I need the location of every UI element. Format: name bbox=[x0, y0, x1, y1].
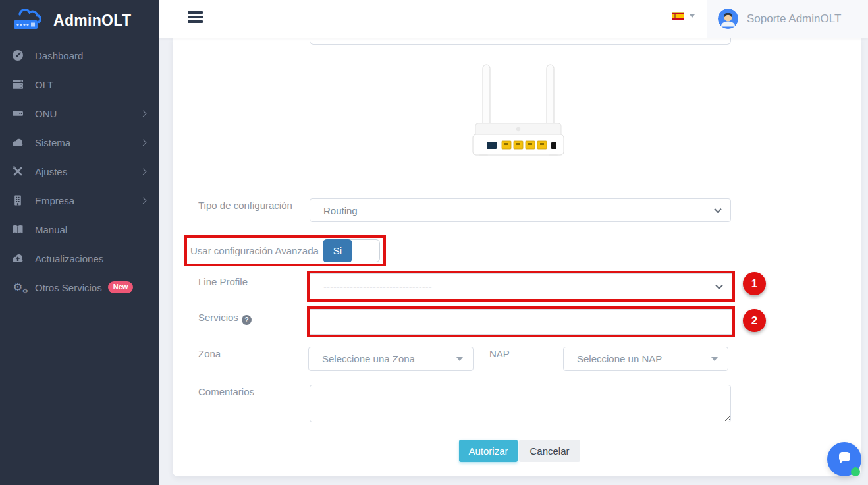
chevron-down-icon bbox=[715, 281, 722, 289]
sidebar-item-olt[interactable]: OLT bbox=[0, 70, 159, 99]
main-content: Tipo de configuración Routing Usar confi… bbox=[159, 38, 868, 485]
zona-placeholder: Seleccione una Zona bbox=[322, 353, 415, 364]
sidebar-nav: Dashboard OLT ONU Sistema bbox=[0, 41, 159, 302]
building-icon bbox=[11, 194, 25, 206]
chevron-right-icon bbox=[140, 168, 147, 175]
cloud-upload-icon bbox=[11, 252, 25, 264]
line-profile-highlight-box: --------------------------------- bbox=[307, 271, 735, 302]
nap-select[interactable]: Seleccione un NAP bbox=[563, 347, 728, 371]
truncated-field-above[interactable] bbox=[310, 38, 731, 45]
line-profile-label: Line Profile bbox=[198, 276, 248, 287]
language-dropdown[interactable] bbox=[672, 12, 695, 20]
nap-label: NAP bbox=[489, 348, 510, 359]
onu-router-image bbox=[449, 61, 587, 168]
caret-down-icon bbox=[690, 14, 695, 18]
zona-select[interactable]: Seleccione una Zona bbox=[308, 347, 474, 371]
brand[interactable]: AdminOLT bbox=[0, 0, 159, 41]
sidebar-item-label: Otros Servicios bbox=[35, 282, 102, 293]
tipo-configuracion-value: Routing bbox=[323, 205, 358, 216]
sidebar-item-ajustes[interactable]: Ajustes bbox=[0, 157, 159, 186]
usar-avanzada-label: Usar configuración Avanzada bbox=[190, 245, 319, 256]
sidebar-item-label: Sistema bbox=[35, 137, 70, 148]
adminolt-logo-icon bbox=[11, 5, 49, 36]
comentarios-textarea[interactable] bbox=[310, 385, 731, 422]
cancelar-button[interactable]: Cancelar bbox=[519, 440, 580, 462]
sidebar-item-actualizaciones[interactable]: Actualizaciones bbox=[0, 244, 159, 273]
chevron-right-icon bbox=[140, 139, 147, 146]
chat-status-dot bbox=[851, 467, 860, 476]
form-card: Tipo de configuración Routing Usar confi… bbox=[173, 38, 861, 476]
chevron-right-icon bbox=[140, 110, 147, 117]
sidebar-item-empresa[interactable]: Empresa bbox=[0, 186, 159, 215]
cogs-icon: ⚙⚙ bbox=[11, 282, 25, 293]
sidebar-item-label: Actualizaciones bbox=[35, 253, 103, 264]
sidebar-item-label: Manual bbox=[35, 224, 67, 235]
avanzada-toggle[interactable]: Si bbox=[323, 239, 380, 262]
step-marker-2: 2 bbox=[743, 309, 766, 332]
spain-flag-icon bbox=[672, 12, 684, 20]
line-profile-select[interactable]: --------------------------------- bbox=[310, 273, 732, 299]
tipo-configuracion-select[interactable]: Routing bbox=[310, 198, 731, 222]
sidebar-item-label: Ajustes bbox=[35, 166, 67, 177]
chevron-down-icon bbox=[714, 206, 721, 213]
sidebar-item-dashboard[interactable]: Dashboard bbox=[0, 41, 159, 70]
autorizar-button[interactable]: Autorizar bbox=[459, 440, 518, 462]
sidebar: AdminOLT Dashboard OLT ONU bbox=[0, 0, 159, 485]
zona-label: Zona bbox=[198, 348, 221, 359]
toggle-on-label: Si bbox=[323, 239, 352, 262]
sidebar-item-label: Empresa bbox=[35, 195, 74, 206]
brand-name: AdminOLT bbox=[53, 12, 131, 30]
sidebar-item-label: Dashboard bbox=[35, 50, 83, 61]
triangle-down-icon bbox=[711, 357, 718, 361]
cloud-icon bbox=[11, 136, 25, 148]
sidebar-item-otros-servicios[interactable]: ⚙⚙ Otros Servicios New bbox=[0, 273, 159, 302]
top-header: Soporte AdminOLT bbox=[159, 0, 868, 38]
chevron-right-icon bbox=[140, 197, 147, 204]
servicios-input[interactable] bbox=[310, 309, 732, 335]
question-circle-icon[interactable]: ? bbox=[242, 315, 252, 325]
hamburger-menu-icon[interactable] bbox=[188, 11, 203, 25]
tools-icon bbox=[11, 165, 25, 177]
chat-widget-button[interactable] bbox=[827, 442, 861, 476]
app-window: AdminOLT Dashboard OLT ONU bbox=[0, 0, 868, 485]
sidebar-item-manual[interactable]: Manual bbox=[0, 215, 159, 244]
line-profile-value: --------------------------------- bbox=[323, 281, 432, 292]
user-name: Soporte AdminOLT bbox=[747, 13, 841, 26]
servicios-highlight-box bbox=[307, 306, 735, 337]
chat-bubble-icon bbox=[836, 449, 854, 470]
avatar bbox=[718, 9, 738, 29]
book-icon bbox=[11, 223, 25, 235]
servicios-label: Servicios? bbox=[198, 312, 252, 325]
sidebar-item-sistema[interactable]: Sistema bbox=[0, 128, 159, 157]
router-icon bbox=[11, 107, 25, 119]
new-badge: New bbox=[108, 281, 134, 293]
sidebar-item-onu[interactable]: ONU bbox=[0, 99, 159, 128]
sidebar-item-label: ONU bbox=[35, 108, 57, 119]
comentarios-label: Comentarios bbox=[198, 386, 254, 397]
step-marker-1: 1 bbox=[743, 272, 766, 295]
sidebar-item-label: OLT bbox=[35, 79, 53, 90]
triangle-down-icon bbox=[456, 357, 463, 361]
tipo-configuracion-label: Tipo de configuración bbox=[198, 200, 292, 211]
user-menu[interactable]: Soporte AdminOLT bbox=[707, 0, 868, 38]
avanzada-highlight-box: Usar configuración Avanzada Si bbox=[184, 235, 386, 266]
nap-placeholder: Seleccione un NAP bbox=[577, 353, 662, 364]
gauge-icon bbox=[11, 49, 25, 61]
server-icon bbox=[11, 78, 25, 90]
